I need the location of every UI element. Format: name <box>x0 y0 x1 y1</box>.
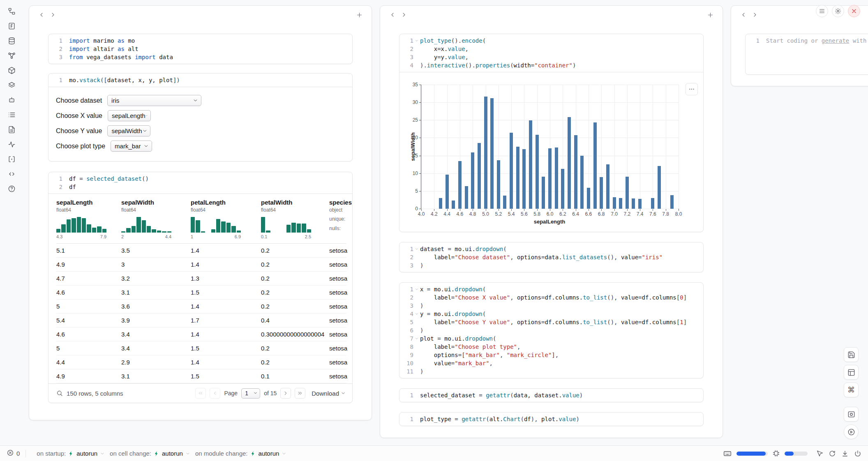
shutdown-kernel-icon[interactable] <box>854 450 861 457</box>
settings-button[interactable] <box>832 5 844 17</box>
chevron-right-icon[interactable] <box>47 9 59 21</box>
chevron-right-icon[interactable] <box>398 9 410 21</box>
code-editor[interactable]: 1selected_dataset = getattr(data, datase… <box>399 389 703 402</box>
layout-button[interactable] <box>844 365 859 380</box>
code-line: 2 label="Choose X value", options=df.col… <box>402 293 699 302</box>
table-row[interactable]: 5.13.51.40.2setosa <box>56 244 346 258</box>
cell-selected-dataset[interactable]: 1selected_dataset = getattr(data, datase… <box>399 388 704 402</box>
column-header-sepalLength[interactable]: sepalLengthfloat64 4.37.9 <box>56 199 121 239</box>
chevron-left-icon[interactable] <box>738 9 749 21</box>
download-button[interactable]: Download <box>312 390 346 397</box>
table-row[interactable]: 4.73.21.30.2setosa <box>56 272 346 286</box>
dataset-select[interactable]: iris <box>107 95 201 106</box>
ai-pointer-icon[interactable] <box>816 450 823 457</box>
y-value-select[interactable]: sepalWidth <box>107 125 150 136</box>
last-page-button[interactable] <box>295 388 305 399</box>
x-value-select[interactable]: sepalLength <box>108 110 151 121</box>
code-editor[interactable]: 1Start coding or generate with AI <box>746 34 868 47</box>
on-module-change-setting[interactable]: on module change: autorun <box>195 450 286 457</box>
column-header-species[interactable]: speciesobjectunique:nulls: <box>329 199 352 239</box>
shutdown-button[interactable] <box>848 5 860 17</box>
column-header-petalWidth[interactable]: petalWidthfloat64 0.12.5 <box>261 199 329 239</box>
chart-bar <box>632 198 635 209</box>
prev-page-button[interactable] <box>210 388 220 399</box>
run-button[interactable] <box>844 424 859 439</box>
sidebar-snippets-panel[interactable] <box>6 168 17 179</box>
table-row[interactable]: 4.63.41.40.30000000000000004setosa <box>56 327 346 341</box>
notebook-menu-button[interactable] <box>816 5 828 17</box>
errors-indicator[interactable]: 0 <box>7 449 20 458</box>
chart-bar <box>542 177 545 209</box>
search-icon[interactable] <box>56 390 63 396</box>
column-header-petalLength[interactable]: petalLengthfloat64 16.9 <box>191 199 261 239</box>
shortcuts-button[interactable]: ⌘ <box>844 383 859 397</box>
sidebar-help-panel[interactable] <box>6 183 17 194</box>
sidebar-documentation-panel[interactable] <box>6 124 17 135</box>
memory-usage-bar <box>736 452 768 456</box>
sidebar-dependencies-panel[interactable] <box>6 50 17 61</box>
code-line: 8 label="Choose plot type", <box>402 343 699 351</box>
cell-empty-scratch[interactable]: 1Start coding or generate with AI <box>745 34 868 75</box>
chevron-right-icon[interactable] <box>749 9 761 21</box>
chevron-left-icon[interactable] <box>387 9 398 21</box>
table-row[interactable]: 4.42.91.40.2setosa <box>56 355 346 369</box>
next-page-button[interactable] <box>280 388 291 399</box>
sidebar-variables-panel[interactable] <box>6 154 17 164</box>
save-button[interactable] <box>844 347 859 362</box>
code-editor[interactable]: 1plot_type().encode(2 x=x.value,3 y=y.va… <box>399 34 703 72</box>
cell-xy-plot-dropdowns[interactable]: 1x = mo.ui.dropdown(2 label="Choose X va… <box>399 282 704 378</box>
cell-plot-type[interactable]: 1plot_type = getattr(alt.Chart(df), plot… <box>399 412 704 426</box>
sidebar-notebook-panel[interactable] <box>6 6 17 16</box>
errors-count: 0 <box>16 450 20 457</box>
sidebar-tracing-panel[interactable] <box>6 139 17 150</box>
table-row[interactable]: 53.41.50.2setosa <box>56 341 346 355</box>
chart-bar <box>619 198 622 209</box>
chart-bar <box>490 98 494 209</box>
plot-type-select[interactable]: mark_bar <box>111 141 152 152</box>
app-view-button[interactable] <box>844 407 859 422</box>
page-select[interactable]: 1 <box>241 388 260 399</box>
download-notebook-icon[interactable] <box>841 450 849 457</box>
code-editor[interactable]: 1x = mo.ui.dropdown(2 label="Choose X va… <box>399 283 703 378</box>
table-row[interactable]: 4.63.11.50.2setosa <box>56 286 346 300</box>
marimo-notebook: 1import marimo as mo2import altair as al… <box>0 0 868 461</box>
table-row[interactable]: 4.931.40.2setosa <box>56 258 346 272</box>
table-row[interactable]: 5.43.91.70.4setosa <box>56 313 346 327</box>
table-row[interactable]: 53.61.40.2setosa <box>56 300 346 313</box>
on-startup-setting[interactable]: on startup: autorun <box>37 450 105 457</box>
keyboard-icon[interactable] <box>723 449 732 458</box>
column-header-sepalWidth[interactable]: sepalWidthfloat64 24.4 <box>121 199 191 239</box>
code-editor[interactable]: 1df = selected_dataset()2df <box>48 172 352 194</box>
sidebar-outline-panel[interactable] <box>6 80 17 90</box>
sidebar-logs-panel[interactable] <box>6 109 17 120</box>
add-cell-icon[interactable] <box>704 9 716 21</box>
sidebar-packages-panel[interactable] <box>6 65 17 76</box>
add-cell-icon[interactable] <box>353 9 365 21</box>
code-editor[interactable]: 1dataset = mo.ui.dropdown(2 label="Choos… <box>399 242 703 272</box>
code-editor[interactable]: 1plot_type = getattr(alt.Chart(df), plot… <box>399 413 703 426</box>
sidebar-datasets-panel[interactable] <box>6 35 17 46</box>
memory-chip-icon[interactable] <box>773 450 780 457</box>
on-cell-change-setting[interactable]: on cell change: autorun <box>110 450 190 457</box>
code-editor[interactable]: 1import marimo as mo2import altair as al… <box>48 34 352 64</box>
chart-options-button[interactable] <box>686 83 698 95</box>
sidebar-ai-panel[interactable] <box>6 95 17 105</box>
first-page-button[interactable] <box>195 388 206 399</box>
code-editor[interactable]: 1mo.vstack([dataset, x, y, plot]) <box>48 74 352 87</box>
chevron-left-icon[interactable] <box>36 9 47 21</box>
column-middle: 1plot_type().encode(2 x=x.value,3 y=y.va… <box>380 5 723 438</box>
cell-imports[interactable]: 1import marimo as mo2import altair as al… <box>48 34 353 64</box>
column-left-header <box>29 6 372 24</box>
restart-kernel-icon[interactable] <box>829 450 836 457</box>
column-middle-header <box>380 6 723 24</box>
column-left: 1import marimo as mo2import altair as al… <box>29 5 372 420</box>
x-value-row: Choose X value sepalLength <box>56 108 352 123</box>
chart-plot-area[interactable]: 4.0 4.2 4.4 4.6 4.8 5.0 5.2 5.4 <box>421 85 679 209</box>
cell-chart[interactable]: 1plot_type().encode(2 x=x.value,3 y=y.va… <box>399 34 704 232</box>
sidebar-files-panel[interactable] <box>6 21 17 31</box>
chart-x-axis-title: sepalLength <box>421 219 678 225</box>
table-row[interactable]: 4.93.11.50.1setosa <box>56 369 346 383</box>
cell-vstack[interactable]: 1mo.vstack([dataset, x, y, plot]) Choose… <box>48 73 353 161</box>
cell-dataset-dropdown[interactable]: 1dataset = mo.ui.dropdown(2 label="Choos… <box>399 242 704 272</box>
cell-dataframe[interactable]: 1df = selected_dataset()2df sepalLengthf… <box>48 172 353 403</box>
